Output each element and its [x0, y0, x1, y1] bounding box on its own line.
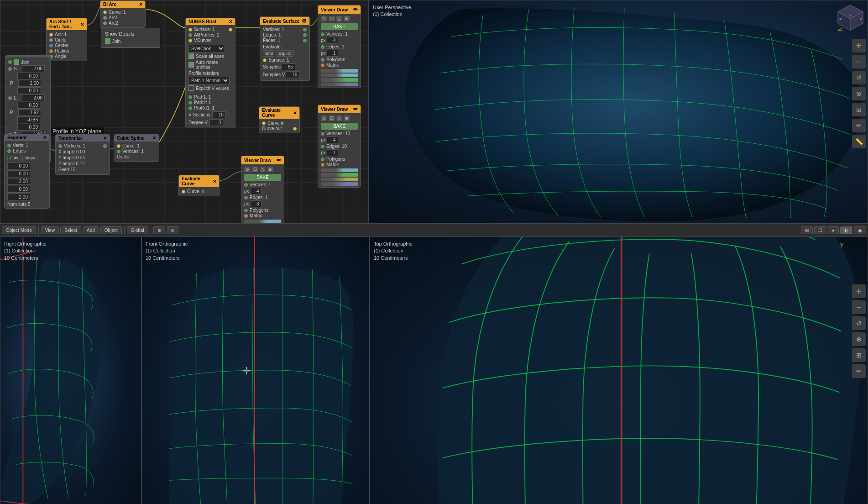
seg-val2[interactable]: [7, 170, 30, 177]
cuts-btn[interactable]: Cuts: [7, 155, 21, 161]
es-faces-out: [303, 39, 307, 42]
cursor-tool[interactable]: ✛: [852, 39, 866, 52]
degreev-row: Degree V: [188, 119, 232, 126]
evaluate-surface-node[interactable]: Evaluate Surface ⚙ Vertices: 1 Edges: 1: [260, 16, 310, 81]
measure-tool[interactable]: 📏: [852, 135, 866, 148]
vsections-input[interactable]: [212, 111, 226, 118]
s-input[interactable]: [22, 65, 45, 72]
seg-val1[interactable]: [7, 163, 30, 169]
top-cursor-tool[interactable]: ✛: [852, 284, 866, 298]
seg-val5[interactable]: [7, 194, 30, 200]
vd1-px2-input[interactable]: [327, 50, 338, 57]
vd2-px2-input[interactable]: [327, 149, 338, 156]
vd3-bake-btn[interactable]: BAKE: [244, 174, 281, 181]
nurbs-brial-header: NURBS Brial ✕: [186, 18, 235, 25]
cubic-spline-node[interactable]: Cubic Spline ✕ Curve: 1 Vertices: 1: [114, 134, 159, 162]
e-input[interactable]: [22, 94, 45, 101]
transform-tool[interactable]: ⊞: [852, 103, 866, 116]
top-annotate-tool[interactable]: ✏: [852, 364, 866, 378]
segment-body: Verts: 1 Edges Cuts Steps: [5, 141, 49, 208]
p1-input[interactable]: [18, 80, 41, 87]
val2-input[interactable]: [17, 87, 40, 94]
seg-val3[interactable]: [7, 178, 30, 185]
vd1-colors: [321, 69, 358, 86]
show-details-panel[interactable]: Show Details Join: [101, 28, 160, 48]
viewer-draw-2-node[interactable]: Viewer Draw ✏ ⊙ ☐ △ ⊕ BAKE Ver: [318, 105, 361, 188]
view-menu-btn[interactable]: View: [41, 226, 59, 234]
node-editor[interactable]: Arc Start / End / Tan.. ✕ Arc: 1 Circle: [0, 0, 369, 224]
nurbs-brial-node[interactable]: NURBS Brial ✕ Surface: 1 AllProfiles: 1: [185, 18, 235, 128]
viewer-draw-1-node[interactable]: Viewer Draw ✏ ⊙ ☐ △ ⊕ BAKE Ver: [318, 5, 361, 88]
val5-input[interactable]: [17, 124, 40, 131]
bi-arc-body: Curve: 1 Arc1 Arc2: [100, 8, 145, 27]
xray-btn[interactable]: ☐: [814, 226, 826, 234]
rendered-view-btn[interactable]: ◉: [854, 226, 866, 234]
degreev-input[interactable]: [209, 119, 223, 126]
svetchok-select[interactable]: SvetChok: [188, 45, 225, 52]
viewport-user-perspective[interactable]: Y X -X User Perspective (1) Collection ✛: [369, 0, 868, 224]
eval-surface-body: Vertices: 1 Edges: 1 Faces: 1 Evalu: [260, 25, 309, 80]
snap-btn[interactable]: ⊕: [153, 226, 165, 234]
arc-start-node[interactable]: Arc Start / End / Tan.. ✕ Arc: 1 Circle: [46, 18, 87, 61]
randomize-node[interactable]: Randomize ✕ Vertices: 1 X amplit 0.00: [55, 134, 110, 175]
cs-curve-row: Curve: 1: [117, 143, 156, 148]
grid-btn[interactable]: Grid: [263, 50, 275, 57]
top-move-tool[interactable]: ↔: [852, 300, 866, 314]
val4-input[interactable]: [17, 116, 40, 123]
top-scale-tool[interactable]: ⊕: [852, 332, 866, 346]
rotate-tool[interactable]: ↺: [852, 71, 866, 84]
add-menu-btn[interactable]: Add: [83, 226, 99, 234]
annotate-tool[interactable]: ✏: [852, 119, 866, 132]
object-mode-btn[interactable]: Object Mode: [2, 226, 36, 234]
material-preview-btn[interactable]: ●: [828, 226, 839, 234]
solid-view-btn[interactable]: ◐: [840, 226, 852, 234]
evaluate-curve-node[interactable]: Evaluate Curve ✕ Curve in Curve out: [259, 106, 300, 133]
proportional-btn[interactable]: ⊙: [167, 226, 178, 234]
vd2-px1-input[interactable]: [327, 136, 338, 143]
val3-input[interactable]: [17, 102, 40, 109]
vd1-px1-input[interactable]: [327, 37, 338, 44]
evaluate-curve-2-node[interactable]: Evaluate Curve ✕ Curve in: [178, 175, 220, 196]
toolbar-right: ⊞ ☐ ● ◐ ◉: [801, 226, 866, 234]
vd2-bake-btn[interactable]: BAKE: [321, 123, 358, 130]
cs-cyclic-row: Cyclic: [117, 154, 156, 159]
seg-val4[interactable]: [7, 186, 30, 193]
cs-vert-row: Vertices: 1: [117, 149, 156, 154]
top-transform-tool[interactable]: ⊞: [852, 348, 866, 362]
scale-axes-cb[interactable]: [188, 53, 194, 59]
vd1-matrix-socket: [321, 63, 324, 67]
viewer-draw-3-node[interactable]: Viewer Draw ✏ ⊙ ☐ △ ⊕ BAKE Ver: [241, 156, 284, 224]
segment-node[interactable]: Segment ✕ Verts: 1 Edges Cuts: [4, 134, 50, 209]
vd2-matrix-row: Matrix: [321, 162, 358, 167]
join-cb-main[interactable]: [14, 59, 19, 65]
nav-cube[interactable]: Y X -X: [836, 3, 865, 32]
object-menu-btn[interactable]: Object: [100, 226, 122, 234]
samples-input[interactable]: [282, 63, 295, 70]
top-rotate-tool[interactable]: ↺: [852, 316, 866, 330]
viewport-front-ortho[interactable]: ✛ Front Orthographic (1) Collection 10 C…: [141, 236, 370, 504]
overlay-btn[interactable]: ⊞: [801, 226, 813, 234]
viewport-right-ortho[interactable]: Right Orthographic (1) Collection 10 Cen…: [0, 236, 141, 504]
auto-rotate-cb[interactable]: [188, 62, 194, 68]
path1-normal-select[interactable]: Path 1 Normal: [188, 77, 230, 84]
cuts-steps-row: Cuts Steps: [7, 155, 47, 161]
vd3-px2-input[interactable]: [250, 200, 261, 207]
global-btn[interactable]: Global: [127, 226, 148, 234]
scale-tool[interactable]: ⊕: [852, 87, 866, 100]
bi-arc-node[interactable]: Bi Arc ✕ Curve: 1 Arc1: [100, 0, 146, 28]
explicit-btn[interactable]: Explicit: [276, 50, 294, 57]
vd1-bake-btn[interactable]: BAKE: [321, 23, 358, 30]
steps-btn[interactable]: Steps: [22, 155, 37, 161]
explicit-v-cb[interactable]: [188, 85, 194, 91]
ec-in-socket: [262, 121, 266, 125]
samplesv-input[interactable]: [286, 71, 299, 78]
es-surface-in-row: Surface: 1: [263, 58, 307, 63]
select-menu-btn[interactable]: Select: [60, 226, 81, 234]
viewport-top-ortho[interactable]: Top Orthographic (1) Collection 10 Centi…: [370, 236, 868, 504]
p2-input[interactable]: [18, 109, 41, 116]
move-tool[interactable]: ↔: [852, 55, 866, 68]
vd3-px1-input[interactable]: [250, 188, 261, 194]
join-checkbox[interactable]: [105, 38, 110, 44]
val1-input[interactable]: [17, 73, 40, 79]
svg-text:X: X: [860, 18, 862, 21]
